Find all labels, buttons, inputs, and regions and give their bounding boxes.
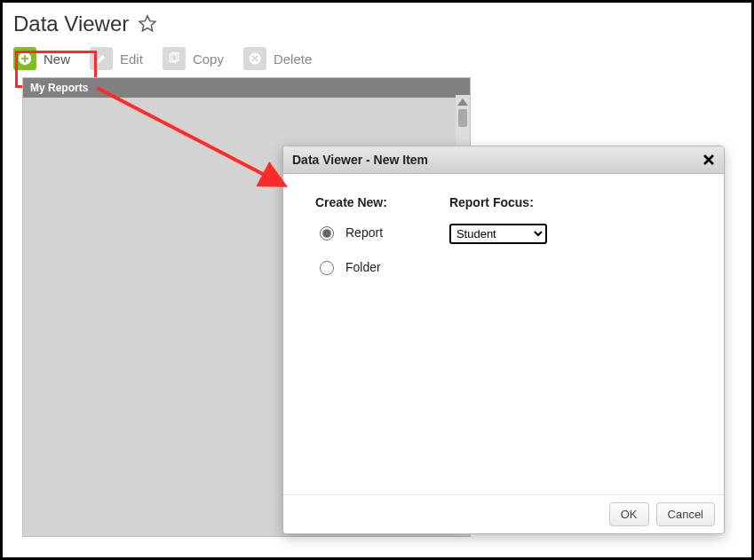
radio-folder-input[interactable] [320, 261, 334, 275]
new-button[interactable]: New [13, 47, 70, 70]
create-new-column: Create New: Report Folder [315, 195, 387, 485]
favorite-star-icon[interactable] [138, 14, 157, 34]
app-frame: Data Viewer New Edit Copy [0, 0, 754, 560]
copy-button-label: Copy [193, 51, 224, 67]
toolbar: New Edit Copy Delete [10, 45, 744, 77]
dialog-header[interactable]: Data Viewer - New Item [283, 146, 724, 174]
delete-x-icon [243, 47, 266, 70]
dialog-footer: OK Cancel [283, 494, 724, 533]
report-focus-column: Report Focus: Student [449, 195, 547, 485]
plus-circle-icon [13, 47, 36, 70]
cancel-button[interactable]: Cancel [656, 502, 715, 526]
new-item-dialog: Data Viewer - New Item Create New: Repor… [282, 146, 725, 534]
radio-report-input[interactable] [320, 226, 334, 241]
dialog-title: Data Viewer - New Item [292, 153, 428, 167]
edit-button-label: Edit [120, 51, 143, 67]
dialog-body: Create New: Report Folder Report Focus: … [283, 174, 724, 494]
delete-button[interactable]: Delete [243, 47, 312, 70]
new-button-label: New [44, 51, 70, 67]
title-row: Data Viewer [10, 8, 744, 45]
radio-report[interactable]: Report [315, 224, 387, 241]
create-new-label: Create New: [315, 195, 387, 209]
copy-icon [163, 47, 186, 70]
panel-title: My Reports [23, 78, 470, 98]
report-focus-select[interactable]: Student [449, 224, 547, 244]
scroll-up-icon[interactable] [457, 99, 468, 106]
scroll-thumb[interactable] [458, 109, 467, 127]
edit-button[interactable]: Edit [90, 47, 143, 70]
radio-folder-label: Folder [345, 260, 381, 274]
ok-button[interactable]: OK [609, 502, 649, 526]
close-icon[interactable] [702, 154, 715, 166]
page-title: Data Viewer [13, 12, 129, 36]
radio-folder[interactable]: Folder [315, 258, 387, 275]
delete-button-label: Delete [274, 51, 312, 67]
report-focus-label: Report Focus: [449, 195, 547, 209]
pencil-icon [90, 47, 113, 70]
radio-report-label: Report [345, 225, 383, 240]
copy-button[interactable]: Copy [163, 47, 224, 70]
